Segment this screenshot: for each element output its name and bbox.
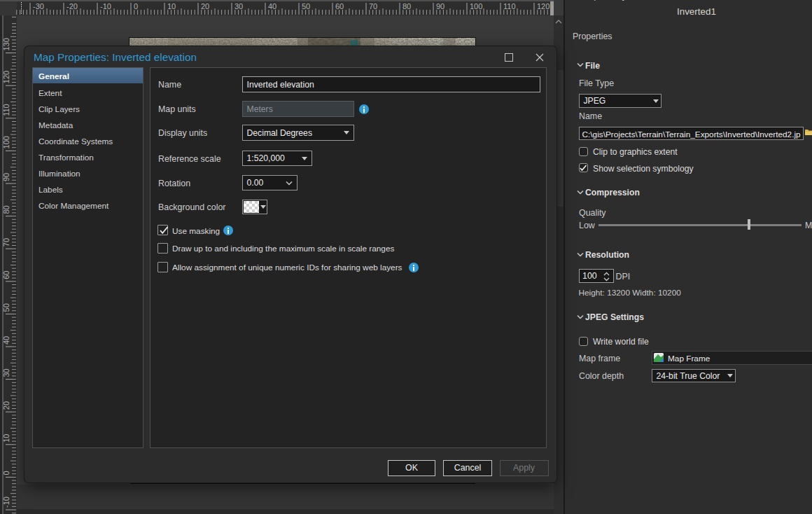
svg-text:110: 110 bbox=[2, 104, 10, 116]
svg-text:120: 120 bbox=[537, 2, 550, 11]
svg-text:-30: -30 bbox=[33, 2, 44, 11]
svg-text:30: 30 bbox=[234, 2, 243, 11]
svg-text:60: 60 bbox=[2, 271, 10, 279]
svg-text:80: 80 bbox=[2, 205, 10, 214]
svg-text:20: 20 bbox=[201, 2, 209, 11]
svg-text:-10: -10 bbox=[100, 2, 111, 11]
svg-text:40: 40 bbox=[268, 2, 276, 11]
svg-text:0: 0 bbox=[134, 2, 138, 11]
svg-text:90: 90 bbox=[2, 173, 10, 181]
svg-text:90: 90 bbox=[436, 2, 444, 11]
svg-text:70: 70 bbox=[369, 2, 377, 11]
svg-text:50: 50 bbox=[302, 2, 310, 11]
svg-text:10: 10 bbox=[167, 2, 176, 11]
svg-text:40: 40 bbox=[2, 336, 10, 345]
svg-text:-10: -10 bbox=[2, 496, 10, 508]
svg-text:30: 30 bbox=[2, 368, 10, 377]
svg-text:70: 70 bbox=[2, 238, 10, 246]
svg-text:100: 100 bbox=[2, 136, 10, 148]
svg-text:60: 60 bbox=[335, 2, 344, 11]
svg-text:-20: -20 bbox=[66, 2, 78, 11]
svg-text:80: 80 bbox=[402, 2, 411, 11]
svg-text:120: 120 bbox=[2, 71, 10, 83]
svg-text:20: 20 bbox=[2, 401, 10, 410]
svg-text:110: 110 bbox=[503, 2, 516, 11]
svg-text:50: 50 bbox=[2, 303, 10, 312]
svg-text:0: 0 bbox=[2, 471, 10, 475]
svg-text:10: 10 bbox=[2, 434, 10, 443]
svg-text:100: 100 bbox=[470, 2, 482, 11]
svg-text:130: 130 bbox=[2, 38, 10, 50]
